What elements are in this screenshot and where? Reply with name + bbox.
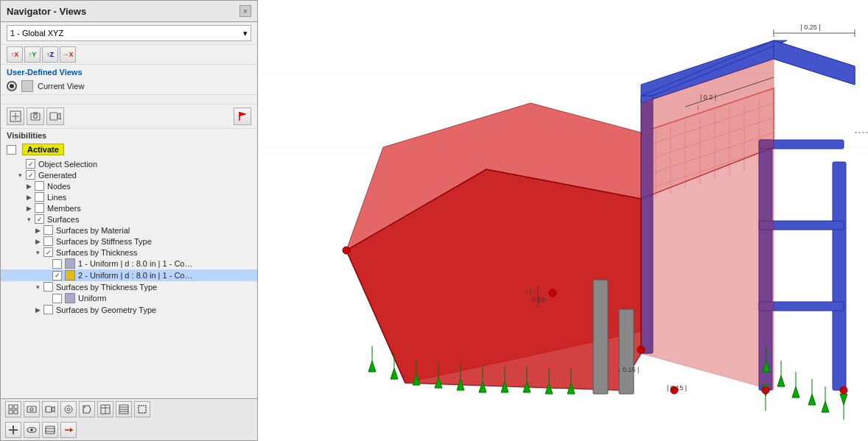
svg-point-4 [34, 115, 38, 119]
btm-btn-video2[interactable] [42, 401, 58, 417]
expand-arrow-surfaces-by-thickness-type: ▾ [33, 283, 42, 292]
checkbox-surfaces-by-stiffness[interactable] [43, 236, 53, 246]
btm-btn-list[interactable] [116, 401, 132, 417]
tree-item-surfaces-by-material[interactable]: ▶ Surfaces by Material [1, 225, 257, 236]
axis-btn-x-up[interactable]: ↑X [7, 46, 23, 63]
tree-item-surfaces-by-stiffness[interactable]: ▶ Surfaces by Stiffness Type [1, 236, 257, 247]
axis-btn-y-up[interactable]: ↑Y [24, 46, 41, 63]
swatch-surface-2 [65, 270, 75, 281]
label-surfaces-by-thickness-type: Surfaces by Thickness Type [56, 283, 157, 292]
coordinate-dropdown-row: 1 - Global XYZ ▾ [1, 22, 257, 45]
svg-point-18 [67, 408, 70, 411]
activate-checkbox[interactable] [7, 145, 16, 155]
current-view-swatch [21, 80, 33, 92]
checkbox-surface-2[interactable] [52, 271, 62, 281]
activate-row: Activate [1, 142, 257, 157]
checkbox-uniform[interactable] [52, 294, 62, 303]
main-canvas[interactable]: | 0.25 | 0.15 ↓ | ↓ 0.15 | | 0.15 | | 0.… [258, 0, 868, 441]
camera-button[interactable] [27, 107, 44, 125]
bottom-toolbar-row1 [1, 399, 257, 420]
svg-rect-14 [27, 406, 36, 412]
activate-button[interactable]: Activate [22, 144, 64, 155]
label-surfaces: Surfaces [47, 215, 79, 224]
svg-marker-7 [57, 113, 60, 119]
svg-point-15 [30, 408, 33, 411]
expand-arrow-nodes: ▶ [24, 182, 33, 191]
coordinate-system-dropdown[interactable]: 1 - Global XYZ ▾ [7, 25, 251, 41]
btm-btn-table[interactable] [97, 401, 113, 417]
checkbox-surface-1[interactable] [52, 259, 62, 269]
svg-point-113 [637, 346, 645, 353]
tree-item-uniform[interactable]: Uniform [1, 292, 257, 304]
checkbox-object-selection[interactable] [26, 159, 35, 169]
tree-area[interactable]: Object Selection ▾ Generated ▶ Nodes ▶ L… [1, 157, 257, 398]
flag-button[interactable] [234, 107, 251, 125]
axis-btn-z-up[interactable]: ↑Z [42, 46, 58, 63]
panel-title: Navigator - Views [7, 6, 86, 17]
svg-rect-11 [14, 405, 18, 409]
axis-btn-x-right[interactable]: →X [60, 46, 76, 63]
btm-btn-plus[interactable] [5, 422, 21, 438]
svg-text:| 0.15 |: | 0.15 | [667, 384, 687, 392]
current-view-row[interactable]: Current View [1, 78, 257, 95]
tree-item-members[interactable]: ▶ Members [1, 202, 257, 214]
btm-btn-camera2[interactable] [24, 401, 40, 417]
icon-toolbar [1, 104, 257, 129]
tree-item-surface-2[interactable]: 2 - Uniform | d : 8.0 in | 1 - Concrete … [1, 269, 257, 281]
btm-btn-border[interactable] [134, 401, 150, 417]
label-surface-2: 2 - Uniform | d : 8.0 in | 1 - Concrete … [78, 271, 196, 280]
expand-arrow-surfaces-by-stiffness: ▶ [33, 237, 42, 246]
svg-marker-17 [52, 407, 55, 412]
axis-buttons-row: ↑X ↑Y ↑Z →X [1, 45, 257, 65]
btm-btn-arrow-right[interactable] [60, 422, 77, 438]
label-surfaces-by-thickness: Surfaces by Thickness [56, 248, 137, 257]
label-members: Members [47, 204, 81, 213]
tree-item-nodes[interactable]: ▶ Nodes [1, 180, 257, 191]
svg-rect-10 [9, 405, 13, 409]
tree-item-object-selection[interactable]: Object Selection [1, 158, 257, 169]
tree-item-surface-1[interactable]: 1 - Uniform | d : 8.0 in | 1 - Concrete … [1, 258, 257, 269]
btm-btn-grid[interactable] [5, 401, 21, 417]
checkbox-surfaces-by-geometry[interactable] [43, 305, 53, 314]
current-view-radio[interactable] [7, 81, 17, 91]
visibilities-label: Visibilities [1, 129, 257, 142]
panel-close-button[interactable]: × [239, 5, 251, 17]
label-surfaces-by-stiffness: Surfaces by Stiffness Type [56, 237, 152, 246]
checkbox-nodes[interactable] [35, 181, 44, 191]
btm-btn-tag[interactable] [79, 401, 95, 417]
checkbox-surfaces[interactable] [35, 214, 44, 224]
tree-item-surfaces[interactable]: ▾ Surfaces [1, 214, 257, 225]
label-nodes: Nodes [47, 182, 71, 191]
new-view-button[interactable] [7, 107, 24, 125]
current-view-label: Current View [38, 82, 84, 91]
expand-arrow-surface-1 [42, 259, 51, 268]
dropdown-arrow-icon: ▾ [243, 29, 248, 38]
svg-text:| 0.2 |: | 0.2 | [700, 94, 716, 101]
swatch-surface-1 [65, 258, 75, 269]
expand-arrow-members: ▶ [24, 204, 33, 213]
expand-arrow-surfaces-by-material: ▶ [33, 226, 42, 235]
checkbox-surfaces-by-material[interactable] [43, 225, 53, 235]
checkbox-generated[interactable] [26, 170, 35, 180]
btm-btn-settings[interactable] [60, 401, 77, 417]
label-surfaces-by-material: Surfaces by Material [56, 226, 130, 235]
btm-btn-film[interactable] [42, 422, 58, 438]
tree-item-surfaces-by-geometry[interactable]: ▶ Surfaces by Geometry Type [1, 304, 257, 315]
svg-rect-73 [593, 280, 608, 394]
checkbox-surfaces-by-thickness[interactable] [43, 247, 53, 257]
btm-btn-eye[interactable] [24, 422, 40, 438]
svg-rect-62 [833, 162, 846, 390]
checkbox-members[interactable] [35, 203, 44, 213]
svg-rect-13 [14, 410, 18, 414]
expand-arrow-surface-2 [42, 271, 51, 280]
svg-text:↓: ↓ [696, 103, 700, 110]
tree-item-surfaces-by-thickness-type[interactable]: ▾ Surfaces by Thickness Type [1, 281, 257, 292]
bottom-toolbar-row2 [1, 420, 257, 440]
svg-rect-6 [50, 113, 57, 120]
video-button[interactable] [46, 107, 64, 125]
tree-item-surfaces-by-thickness[interactable]: ▾ Surfaces by Thickness [1, 247, 257, 258]
tree-item-generated[interactable]: ▾ Generated [1, 169, 257, 180]
checkbox-surfaces-by-thickness-type[interactable] [43, 282, 53, 292]
tree-item-lines[interactable]: ▶ Lines [1, 191, 257, 202]
checkbox-lines[interactable] [35, 192, 44, 202]
